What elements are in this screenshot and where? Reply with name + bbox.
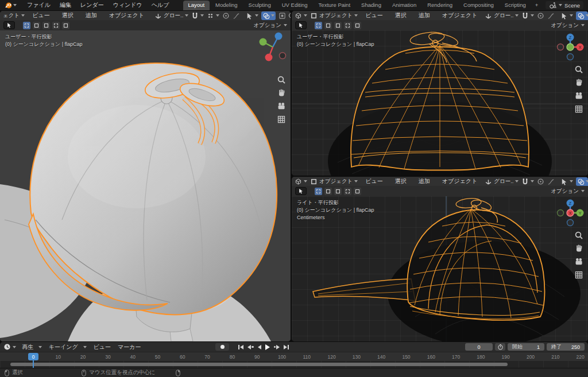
active-tool-button[interactable]: [295, 21, 307, 29]
menu-view-3d[interactable]: ビュー: [28, 11, 54, 20]
tab-layout[interactable]: Layout: [183, 1, 210, 10]
navigation-gizmo[interactable]: Z Y X: [555, 198, 585, 230]
select-mode-invert-button[interactable]: [344, 22, 351, 29]
xray-toggle-icon[interactable]: [278, 12, 286, 20]
menu-help[interactable]: ヘルプ: [147, 0, 174, 10]
transform-orientation-dropdown[interactable]: グロー..: [485, 178, 519, 185]
timeline-editor-dropdown[interactable]: [3, 343, 16, 351]
viewport-bottom-right-canvas[interactable]: ライト・平行投影 (0) シーンコレクション | flapCap Centime…: [292, 196, 588, 341]
proportional-editing-toggle[interactable]: [537, 178, 544, 185]
tool-options-dropdown[interactable]: オプション: [253, 22, 287, 29]
menu-object-3d[interactable]: オブジェクト: [105, 11, 149, 20]
select-mode-extend-button[interactable]: [324, 22, 332, 29]
tool-options-dropdown[interactable]: オプション: [551, 22, 585, 29]
camera-view-icon[interactable]: [574, 257, 583, 266]
proportional-editing-toggle[interactable]: [537, 12, 544, 20]
show-gizmo-dropdown[interactable]: [246, 12, 258, 20]
start-frame-field[interactable]: 開始 1: [508, 343, 544, 351]
active-tool-button[interactable]: [3, 21, 15, 29]
menu-edit[interactable]: 編集: [55, 0, 76, 10]
pan-hand-icon[interactable]: [277, 88, 286, 98]
viewport-top-right-canvas[interactable]: ユーザー・平行投影 (0) シーンコレクション | flapCap Z X: [292, 30, 588, 176]
zoom-icon[interactable]: [574, 231, 583, 240]
menu-object-3d[interactable]: オブジェクト: [438, 177, 482, 186]
camera-view-icon[interactable]: [574, 91, 583, 100]
next-keyframe-button[interactable]: [274, 345, 280, 349]
menu-add-3d[interactable]: 追加: [414, 177, 435, 186]
playhead[interactable]: 0: [28, 353, 38, 360]
jump-to-start-button[interactable]: [238, 345, 243, 349]
show-overlays-dropdown[interactable]: [576, 11, 588, 20]
show-gizmo-dropdown[interactable]: [560, 12, 573, 20]
select-mode-intersect-button[interactable]: [354, 22, 361, 29]
menu-render[interactable]: レンダー: [76, 0, 109, 10]
tab-scripting[interactable]: Scripting: [500, 1, 531, 10]
zoom-icon[interactable]: [277, 75, 286, 84]
play-reverse-button[interactable]: [258, 345, 261, 349]
current-frame-field[interactable]: 0: [465, 343, 493, 351]
select-mode-invert-button[interactable]: [52, 22, 60, 29]
snap-toggle[interactable]: [191, 12, 204, 20]
select-mode-new-button[interactable]: [315, 188, 322, 195]
tab-compositing[interactable]: Compositing: [458, 1, 499, 10]
proportional-editing-toggle[interactable]: [222, 12, 230, 20]
prev-keyframe-button[interactable]: [247, 345, 254, 349]
menu-select-3d[interactable]: 選択: [390, 177, 411, 186]
menu-view-3d[interactable]: ビュー: [361, 177, 387, 186]
auto-keying-button[interactable]: [215, 343, 229, 351]
camera-view-icon[interactable]: [277, 102, 286, 111]
select-mode-new-button[interactable]: [315, 22, 322, 29]
snap-with-dropdown[interactable]: [207, 12, 219, 20]
pan-hand-icon[interactable]: [574, 244, 583, 253]
tab-sculpting[interactable]: Sculpting: [243, 1, 276, 10]
menu-select-3d[interactable]: 選択: [390, 11, 411, 20]
use-preview-range-button[interactable]: [495, 343, 505, 351]
editor-type-dropdown[interactable]: [295, 12, 307, 20]
tab-shading[interactable]: Shading: [356, 1, 386, 10]
select-mode-extend-button[interactable]: [33, 22, 40, 29]
viewport-left-canvas[interactable]: ユーザー・平行投影 (0) シーンコレクション | flapCap: [0, 30, 291, 341]
jump-to-end-button[interactable]: [284, 345, 289, 349]
snap-toggle[interactable]: [521, 178, 534, 185]
zoom-icon[interactable]: [574, 65, 583, 74]
menu-select-3d[interactable]: 選択: [57, 11, 78, 20]
menu-view-timeline[interactable]: ビュー: [94, 343, 111, 351]
add-workspace-button[interactable]: +: [532, 1, 542, 10]
editor-type-dropdown[interactable]: [295, 178, 307, 185]
timeline-ruler[interactable]: 1020304050607080901001101201301401501601…: [0, 352, 588, 361]
menu-object-3d[interactable]: オブジェクト: [438, 11, 482, 20]
transform-orientation-dropdown[interactable]: グロー..: [154, 12, 188, 20]
scene-selector[interactable]: Scene: [546, 1, 583, 9]
grid-ortho-icon[interactable]: [277, 115, 286, 124]
timeline-scrollbar[interactable]: [10, 363, 508, 366]
transform-orientation-dropdown[interactable]: グロー..: [485, 12, 519, 20]
grid-ortho-icon[interactable]: [574, 104, 583, 114]
show-overlays-dropdown[interactable]: [576, 177, 588, 186]
menu-add-3d[interactable]: 追加: [414, 11, 435, 20]
menu-playback[interactable]: 再生: [22, 343, 42, 351]
shading-wireframe-button[interactable]: [289, 13, 291, 18]
mode-dropdown[interactable]: ェクト: [3, 12, 25, 20]
active-tool-button[interactable]: [295, 187, 307, 195]
snap-toggle[interactable]: [521, 12, 534, 20]
menu-window[interactable]: ウィンドウ: [109, 0, 147, 10]
navigation-gizmo[interactable]: [258, 32, 288, 64]
menu-marker[interactable]: マーカー: [118, 343, 141, 351]
timeline-track[interactable]: [0, 361, 588, 368]
end-frame-field[interactable]: 終了 250: [547, 343, 585, 351]
pan-hand-icon[interactable]: [574, 78, 583, 87]
grid-ortho-icon[interactable]: [574, 270, 583, 279]
select-mode-intersect-button[interactable]: [62, 22, 69, 29]
menu-view-3d[interactable]: ビュー: [361, 11, 387, 20]
select-mode-subtract-button[interactable]: [334, 188, 342, 195]
blender-menu-button[interactable]: [5, 2, 17, 9]
tab-animation[interactable]: Animation: [387, 1, 421, 10]
mode-dropdown[interactable]: オブジェクト: [310, 12, 358, 20]
menu-keying[interactable]: キーイング: [49, 343, 87, 351]
tab-modeling[interactable]: Modeling: [210, 1, 243, 10]
tab-texture-paint[interactable]: Texture Paint: [314, 1, 355, 10]
select-mode-subtract-button[interactable]: [334, 22, 342, 29]
play-button[interactable]: [265, 344, 270, 350]
navigation-gizmo[interactable]: Z X: [555, 32, 585, 64]
select-mode-new-button[interactable]: [23, 22, 30, 29]
